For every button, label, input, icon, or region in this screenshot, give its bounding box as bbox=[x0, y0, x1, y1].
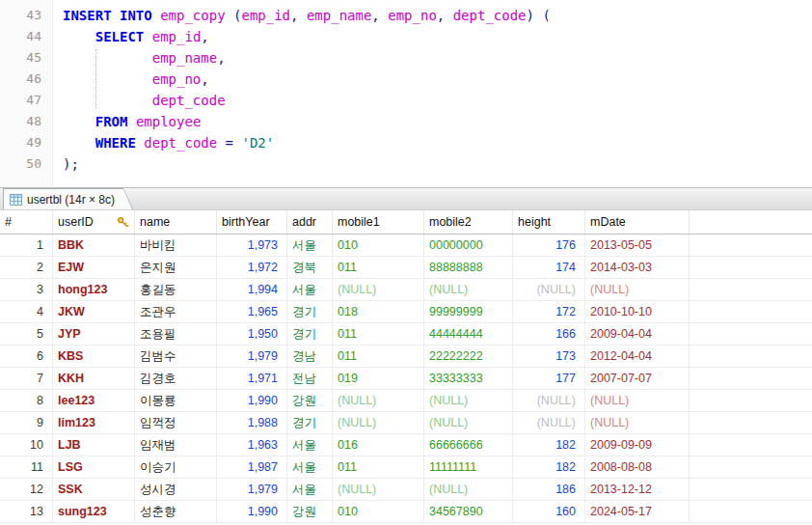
cell-addr[interactable]: 서울 bbox=[287, 479, 333, 500]
cell-userID[interactable]: sung123 bbox=[53, 501, 135, 522]
cell-mobile1[interactable]: (NULL) bbox=[333, 390, 424, 411]
cell-userID[interactable]: JYP bbox=[53, 323, 135, 345]
cell-name[interactable]: 이몽룡 bbox=[135, 390, 217, 411]
column-header-birthYear[interactable]: birthYear bbox=[217, 210, 287, 234]
cell-birthYear[interactable]: 1,990 bbox=[217, 501, 287, 522]
cell-rownum[interactable]: 6 bbox=[0, 345, 53, 367]
code-line[interactable]: 49 WHERE dept_code = 'D2' bbox=[0, 132, 812, 153]
cell-rownum[interactable]: 4 bbox=[0, 301, 53, 322]
cell-mobile1[interactable]: 010 bbox=[333, 501, 424, 522]
cell-addr[interactable]: 경북 bbox=[287, 257, 333, 278]
cell-rownum[interactable]: 7 bbox=[0, 368, 53, 389]
table-row[interactable]: 11LSG이승기1,987서울011111111111822008-08-08 bbox=[0, 456, 812, 479]
cell-mobile1[interactable]: 018 bbox=[333, 301, 424, 322]
cell-userID[interactable]: BBK bbox=[53, 235, 135, 256]
cell-mobile2[interactable]: (NULL) bbox=[424, 279, 513, 300]
cell-rownum[interactable]: 9 bbox=[0, 412, 53, 433]
cell-addr[interactable]: 서울 bbox=[287, 279, 333, 300]
cell-birthYear[interactable]: 1,950 bbox=[217, 323, 287, 345]
cell-height[interactable]: (NULL) bbox=[513, 412, 585, 433]
cell-name[interactable]: 김범수 bbox=[135, 345, 217, 367]
cell-height[interactable]: (NULL) bbox=[513, 279, 585, 300]
cell-name[interactable]: 성춘향 bbox=[135, 501, 217, 522]
column-header-rownum[interactable]: # bbox=[0, 210, 53, 234]
cell-mDate[interactable]: 2010-10-10 bbox=[585, 301, 690, 322]
cell-birthYear[interactable]: 1,979 bbox=[217, 479, 287, 500]
cell-height[interactable]: 182 bbox=[513, 434, 585, 456]
cell-name[interactable]: 조관우 bbox=[135, 301, 217, 322]
cell-mobile2[interactable]: (NULL) bbox=[424, 412, 513, 433]
cell-mDate[interactable]: 2008-08-08 bbox=[585, 456, 690, 478]
cell-mDate[interactable]: 2013-05-05 bbox=[585, 235, 690, 256]
cell-mDate[interactable]: 2009-09-09 bbox=[585, 434, 690, 456]
table-row[interactable]: 7KKH김경호1,971전남019333333331772007-07-07 bbox=[0, 368, 812, 390]
code-line[interactable]: 44 SELECT emp_id, bbox=[0, 26, 812, 47]
cell-mDate[interactable]: 2014-03-03 bbox=[585, 257, 690, 278]
table-row[interactable]: 8lee123이몽룡1,990강원(NULL)(NULL)(NULL)(NULL… bbox=[0, 390, 812, 412]
cell-mDate[interactable]: 2007-07-07 bbox=[585, 368, 690, 389]
column-header-mobile2[interactable]: mobile2 bbox=[424, 210, 513, 234]
cell-mDate[interactable]: 2024-05-17 bbox=[585, 501, 690, 522]
cell-name[interactable]: 바비킴 bbox=[135, 235, 217, 256]
table-row[interactable]: 5JYP조용필1,950경기011444444441662009-04-04 bbox=[0, 323, 812, 345]
cell-userID[interactable]: lee123 bbox=[53, 390, 135, 411]
cell-mobile1[interactable]: (NULL) bbox=[333, 279, 424, 300]
cell-rownum[interactable]: 3 bbox=[0, 279, 53, 300]
column-header-mobile1[interactable]: mobile1 bbox=[333, 210, 424, 234]
cell-mDate[interactable]: 2013-12-12 bbox=[585, 479, 690, 500]
cell-mobile2[interactable]: (NULL) bbox=[424, 479, 513, 500]
sql-editor[interactable]: 43INSERT INTO emp_copy (emp_id, emp_name… bbox=[0, 0, 812, 188]
cell-userID[interactable]: KKH bbox=[53, 368, 135, 389]
code-line[interactable]: 50); bbox=[0, 153, 812, 175]
line-number[interactable]: 45 bbox=[0, 47, 53, 69]
line-number[interactable]: 49 bbox=[0, 132, 53, 153]
cell-rownum[interactable]: 11 bbox=[0, 456, 53, 478]
column-header-height[interactable]: height bbox=[513, 210, 585, 234]
cell-rownum[interactable]: 8 bbox=[0, 390, 53, 411]
code-line[interactable]: 45 emp_name, bbox=[0, 47, 812, 69]
cell-height[interactable]: 172 bbox=[513, 301, 585, 322]
line-number[interactable]: 47 bbox=[0, 90, 53, 111]
cell-userID[interactable]: LSG bbox=[53, 456, 135, 478]
cell-userID[interactable]: SSK bbox=[53, 479, 135, 500]
cell-mobile2[interactable]: 11111111 bbox=[424, 456, 513, 478]
cell-userID[interactable]: lim123 bbox=[53, 412, 135, 433]
cell-birthYear[interactable]: 1,973 bbox=[217, 235, 287, 256]
cell-height[interactable]: 174 bbox=[513, 257, 585, 278]
cell-addr[interactable]: 강원 bbox=[287, 501, 333, 522]
cell-rownum[interactable]: 10 bbox=[0, 434, 53, 456]
cell-mobile2[interactable]: 34567890 bbox=[424, 501, 513, 522]
cell-mDate[interactable]: (NULL) bbox=[585, 412, 690, 433]
line-number[interactable]: 44 bbox=[0, 26, 53, 47]
cell-mDate[interactable]: (NULL) bbox=[585, 279, 690, 300]
code-line[interactable]: 46 emp_no, bbox=[0, 69, 812, 90]
table-row[interactable]: 9lim123임꺽정1,988경기(NULL)(NULL)(NULL)(NULL… bbox=[0, 412, 812, 434]
cell-rownum[interactable]: 12 bbox=[0, 479, 53, 500]
code-line[interactable]: 43INSERT INTO emp_copy (emp_id, emp_name… bbox=[0, 5, 812, 26]
cell-rownum[interactable]: 13 bbox=[0, 501, 53, 522]
cell-height[interactable]: 166 bbox=[513, 323, 585, 345]
cell-rownum[interactable]: 2 bbox=[0, 257, 53, 278]
cell-mobile2[interactable]: 00000000 bbox=[424, 235, 513, 256]
table-row[interactable]: 3hong123홍길동1,994서울(NULL)(NULL)(NULL)(NUL… bbox=[0, 279, 812, 301]
cell-name[interactable]: 성시경 bbox=[135, 479, 217, 500]
cell-height[interactable]: 160 bbox=[513, 501, 585, 522]
table-row[interactable]: 12SSK성시경1,979서울(NULL)(NULL)1862013-12-12 bbox=[0, 479, 812, 501]
cell-birthYear[interactable]: 1,990 bbox=[217, 390, 287, 411]
cell-userID[interactable]: JKW bbox=[53, 301, 135, 322]
cell-mobile1[interactable]: 016 bbox=[333, 434, 424, 456]
cell-rownum[interactable]: 5 bbox=[0, 323, 53, 345]
cell-addr[interactable]: 경기 bbox=[287, 412, 333, 433]
cell-name[interactable]: 김경호 bbox=[135, 368, 217, 389]
code-line[interactable]: 48 FROM employee bbox=[0, 111, 812, 132]
cell-name[interactable]: 임꺽정 bbox=[135, 412, 217, 433]
cell-mobile1[interactable]: 010 bbox=[333, 235, 424, 256]
column-header-userID[interactable]: userID bbox=[53, 210, 135, 234]
cell-userID[interactable]: KBS bbox=[53, 345, 135, 367]
cell-birthYear[interactable]: 1,965 bbox=[217, 301, 287, 322]
cell-name[interactable]: 이승기 bbox=[135, 456, 217, 478]
line-number[interactable]: 46 bbox=[0, 69, 53, 90]
cell-userID[interactable]: EJW bbox=[53, 257, 135, 278]
cell-birthYear[interactable]: 1,987 bbox=[217, 456, 287, 478]
cell-mobile1[interactable]: 011 bbox=[333, 323, 424, 345]
